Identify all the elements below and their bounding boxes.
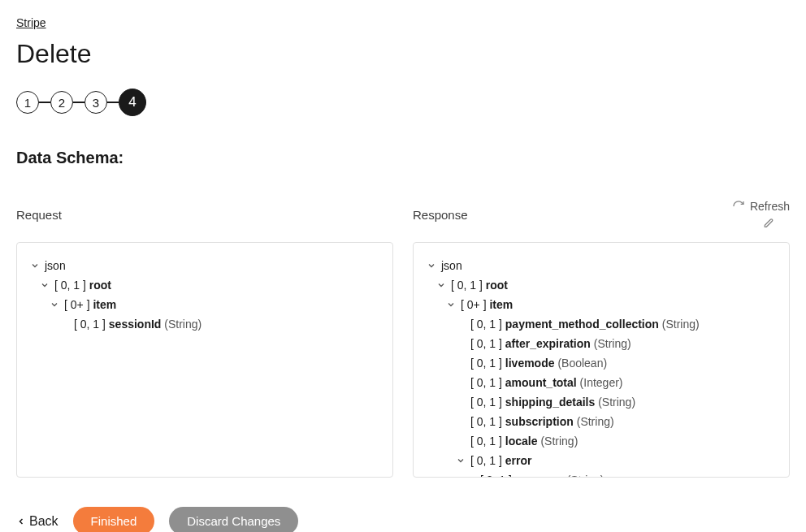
response-tree: json[ 0, 1 ] root[ 0+ ] item[ 0, 1 ] pay… [413, 242, 790, 478]
tree-node[interactable]: [ 0, 1 ] payment_method_collection (Stri… [456, 314, 776, 334]
request-panel: Request json[ 0, 1 ] root[ 0+ ] item[ 0,… [16, 197, 393, 478]
finished-button[interactable]: Finished [73, 507, 155, 532]
back-label: Back [29, 514, 58, 529]
chevron-down-icon[interactable] [40, 280, 50, 290]
tree-node[interactable]: [ 0, 1 ] subscription (String) [456, 412, 776, 431]
tree-node[interactable]: [ 0, 1 ] amount_total (Integer) [456, 373, 776, 392]
tree-children: [ 0, 1 ] message (String) [466, 470, 776, 478]
response-label: Response [413, 208, 468, 222]
discard-button[interactable]: Discard Changes [169, 507, 298, 532]
tree-node[interactable]: [ 0, 1 ] root [40, 275, 379, 295]
step-connector [73, 102, 84, 103]
tree-node[interactable]: [ 0, 1 ] shipping_details (String) [456, 392, 776, 412]
response-actions: Refresh [732, 200, 790, 229]
step-1[interactable]: 1 [16, 91, 39, 114]
stepper: 1234 [16, 89, 790, 116]
tree-node[interactable]: [ 0, 1 ] livemode (Boolean) [456, 353, 776, 373]
tree-root[interactable]: json [30, 256, 379, 275]
tree-children: [ 0, 1 ] root[ 0+ ] item[ 0, 1 ] session… [40, 275, 379, 334]
chevron-down-icon[interactable] [50, 300, 59, 309]
breadcrumb: Stripe [16, 16, 790, 29]
tree-node-label: [ 0, 1 ] error [470, 454, 532, 467]
tree-node-label: [ 0, 1 ] livemode (Boolean) [470, 357, 607, 370]
tree-node-label: [ 0+ ] item [461, 298, 513, 311]
tree-node-label: [ 0+ ] item [64, 298, 116, 311]
tree-node-label: [ 0, 1 ] sessionId (String) [74, 318, 202, 331]
step-connector [107, 102, 119, 103]
tree-node-label: [ 0, 1 ] subscription (String) [470, 415, 614, 428]
tree-root-label: json [441, 259, 462, 272]
tree-node-label: [ 0, 1 ] message (String) [480, 474, 604, 478]
request-tree: json[ 0, 1 ] root[ 0+ ] item[ 0, 1 ] ses… [16, 242, 393, 478]
tree-node-label: [ 0, 1 ] payment_method_collection (Stri… [470, 318, 700, 331]
chevron-down-icon[interactable] [456, 456, 466, 465]
tree-children: [ 0, 1 ] sessionId (String) [59, 314, 379, 334]
step-3[interactable]: 3 [84, 91, 107, 114]
refresh-icon [732, 200, 745, 213]
tree-node[interactable]: [ 0, 1 ] sessionId (String) [59, 314, 379, 334]
tree-node[interactable]: [ 0, 1 ] locale (String) [456, 431, 776, 451]
chevron-down-icon[interactable] [427, 261, 436, 270]
schema-heading: Data Schema: [16, 149, 790, 167]
tree-children: [ 0+ ] item[ 0, 1 ] sessionId (String) [50, 295, 379, 334]
refresh-label: Refresh [750, 200, 790, 213]
tree-root-label: json [45, 259, 66, 272]
tree-children: [ 0+ ] item[ 0, 1 ] payment_method_colle… [446, 295, 776, 478]
page-title: Delete [16, 39, 790, 69]
chevron-down-icon[interactable] [436, 280, 446, 290]
chevron-down-icon[interactable] [446, 300, 456, 309]
request-label: Request [16, 208, 62, 222]
tree-node[interactable]: [ 0, 1 ] error [456, 451, 776, 470]
tree-node[interactable]: [ 0+ ] item [446, 295, 776, 314]
step-2[interactable]: 2 [50, 91, 73, 114]
tree-node[interactable]: [ 0, 1 ] after_expiration (String) [456, 334, 776, 353]
tree-children: [ 0, 1 ] root[ 0+ ] item[ 0, 1 ] payment… [436, 275, 776, 478]
tree-node-label: [ 0, 1 ] shipping_details (String) [470, 396, 635, 409]
refresh-button[interactable]: Refresh [732, 200, 790, 213]
response-panel: Response Refresh j [413, 197, 790, 478]
tree-node[interactable]: [ 0, 1 ] message (String) [466, 470, 776, 478]
footer-actions: Back Finished Discard Changes [16, 507, 790, 532]
chevron-left-icon [16, 517, 26, 526]
tree-node[interactable]: [ 0, 1 ] root [436, 275, 776, 295]
tree-children: [ 0, 1 ] payment_method_collection (Stri… [456, 314, 776, 478]
back-button[interactable]: Back [16, 514, 58, 529]
tree-node[interactable]: [ 0+ ] item [50, 295, 379, 314]
edit-icon[interactable] [762, 216, 775, 229]
tree-node-label: [ 0, 1 ] after_expiration (String) [470, 337, 631, 350]
tree-node-label: [ 0, 1 ] root [54, 279, 111, 292]
tree-node-label: [ 0, 1 ] locale (String) [470, 435, 578, 448]
tree-node-label: [ 0, 1 ] amount_total (Integer) [470, 376, 623, 389]
breadcrumb-link[interactable]: Stripe [16, 16, 46, 29]
chevron-down-icon[interactable] [30, 261, 40, 270]
step-4[interactable]: 4 [119, 89, 146, 116]
tree-node-label: [ 0, 1 ] root [451, 279, 508, 292]
step-connector [39, 102, 50, 103]
tree-root[interactable]: json [427, 256, 776, 275]
